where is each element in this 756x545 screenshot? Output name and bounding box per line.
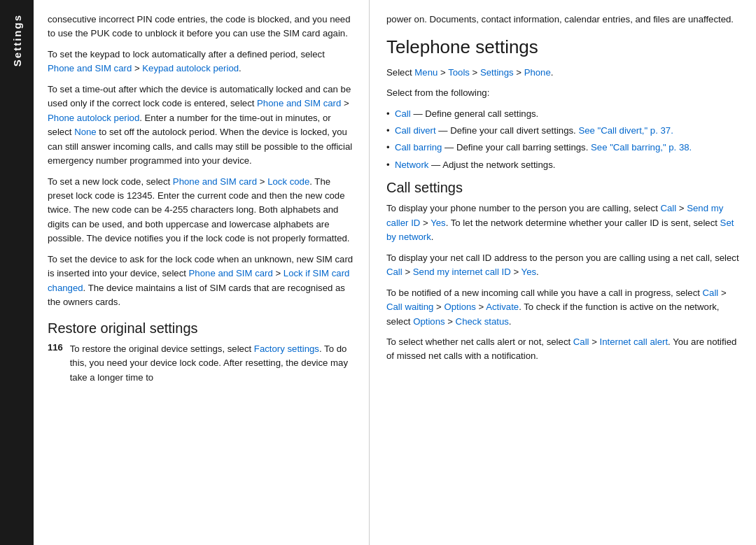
para-2: To set the keypad to lock automatically … <box>48 48 354 76</box>
call-para-1: To display your phone number to the pers… <box>386 201 741 244</box>
link-menu[interactable]: Menu <box>414 67 438 78</box>
sidebar: Settings <box>0 0 34 545</box>
link-phone[interactable]: Phone <box>524 67 551 78</box>
link-call-4[interactable]: Call <box>573 337 589 347</box>
restore-section: Restore original settings <box>48 320 354 337</box>
link-yes-2[interactable]: Yes <box>522 267 537 277</box>
link-options-2[interactable]: Options <box>413 316 444 327</box>
restore-para: To restore the original device settings,… <box>70 342 354 385</box>
link-call-waiting[interactable]: Call waiting <box>386 302 433 312</box>
link-call-3[interactable]: Call <box>703 288 719 298</box>
telephone-settings-heading: Telephone settings <box>386 36 741 58</box>
link-call-2[interactable]: Call <box>386 267 402 277</box>
sidebar-label: Settings <box>11 14 23 66</box>
call-para-3: To be notified of a new incoming call wh… <box>386 286 741 329</box>
link-activate[interactable]: Activate <box>486 302 519 312</box>
link-yes-1[interactable]: Yes <box>430 218 446 228</box>
link-phone-sim-2[interactable]: Phone and SIM card <box>257 98 341 108</box>
page-number: 116 <box>48 342 63 353</box>
page-container: Settings consecutive incorrect PIN code … <box>0 0 756 545</box>
link-send-internet-call-id[interactable]: Send my internet call ID <box>413 267 511 277</box>
right-top-para: power on. Documents, contact information… <box>386 13 741 27</box>
link-internet-call-alert[interactable]: Internet call alert <box>600 337 668 347</box>
link-phone-autolock[interactable]: Phone autolock period <box>48 113 139 123</box>
link-factory-settings[interactable]: Factory settings <box>254 344 319 354</box>
select-from-text: Select from the following: <box>386 86 741 100</box>
link-call-1[interactable]: Call <box>660 203 676 213</box>
bullet-list: Call — Define general call settings. Cal… <box>386 107 741 173</box>
link-call-divert-ref[interactable]: See "Call divert," p. 37. <box>578 125 673 136</box>
call-para-4: To select whether net calls alert or not… <box>386 335 741 364</box>
content-area: consecutive incorrect PIN code entries, … <box>34 0 756 545</box>
link-call-general[interactable]: Call <box>395 108 411 119</box>
list-item-call-divert: Call divert — Define your call divert se… <box>386 124 741 138</box>
para-1: consecutive incorrect PIN code entries, … <box>48 13 354 41</box>
right-column: power on. Documents, contact information… <box>370 0 756 545</box>
link-network[interactable]: Network <box>395 160 428 170</box>
link-none[interactable]: None <box>74 127 97 137</box>
link-lock-code[interactable]: Lock code <box>267 176 309 187</box>
link-keypad-autolock[interactable]: Keypad autolock period <box>142 63 239 73</box>
restore-heading: Restore original settings <box>48 320 354 337</box>
list-item-call: Call — Define general call settings. <box>386 107 741 121</box>
link-call-barring-ref[interactable]: See "Call barring," p. 38. <box>591 142 692 153</box>
para-5: To set the device to ask for the lock co… <box>48 253 354 310</box>
para-4: To set a new lock code, select Phone and… <box>48 175 354 246</box>
para-3: To set a time-out after which the device… <box>48 83 354 169</box>
left-column: consecutive incorrect PIN code entries, … <box>34 0 370 545</box>
select-menu-line: Select Menu > Tools > Settings > Phone. <box>386 66 741 80</box>
link-call-divert[interactable]: Call divert <box>395 125 436 136</box>
call-para-2: To display your net call ID address to t… <box>386 251 741 280</box>
link-settings[interactable]: Settings <box>480 67 514 78</box>
link-check-status[interactable]: Check status <box>456 316 509 327</box>
bottom-area: 116 To restore the original device setti… <box>48 342 354 385</box>
call-settings-heading: Call settings <box>386 179 741 196</box>
link-options-1[interactable]: Options <box>444 302 475 312</box>
list-item-call-barring: Call barring — Define your call barring … <box>386 141 741 155</box>
link-phone-sim-4[interactable]: Phone and SIM card <box>189 268 273 278</box>
link-call-barring[interactable]: Call barring <box>395 142 442 153</box>
link-tools[interactable]: Tools <box>448 67 470 78</box>
link-phone-sim-1[interactable]: Phone and SIM card <box>48 63 132 73</box>
list-item-network: Network — Adjust the network settings. <box>386 158 741 172</box>
link-phone-sim-3[interactable]: Phone and SIM card <box>173 176 257 187</box>
